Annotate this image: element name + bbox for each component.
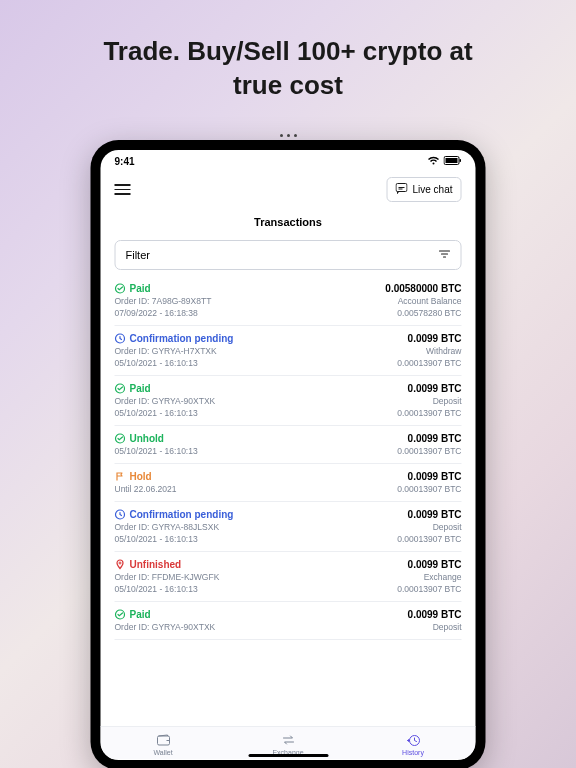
tx-order-id: Order ID: GYRYA-H7XTXK (115, 346, 217, 356)
tx-status-label: Hold (130, 471, 152, 482)
tx-status: Confirmation pending (115, 509, 234, 520)
transaction-row[interactable]: Paid 0.0099 BTC Order ID: GYRYA-90XTXKDe… (115, 376, 462, 426)
tx-date: 05/10/2021 - 16:10:13 (115, 584, 198, 594)
transaction-row[interactable]: Confirmation pending 0.0099 BTC Order ID… (115, 502, 462, 552)
battery-icon (444, 156, 462, 167)
transaction-row[interactable]: Hold 0.0099 BTC Until 22.06.20210.000139… (115, 464, 462, 502)
home-indicator (248, 754, 328, 757)
filter-icon (439, 249, 451, 261)
tx-date: 05/10/2021 - 16:10:13 (115, 358, 198, 368)
check-icon (115, 283, 126, 294)
tx-secondary-amount: 0.00013907 BTC (397, 408, 461, 418)
svg-rect-1 (446, 158, 458, 163)
tx-status-label: Unfinished (130, 559, 182, 570)
history-icon (406, 733, 420, 747)
tx-status: Unhold (115, 433, 164, 444)
svg-point-9 (119, 562, 121, 564)
clock-icon (115, 333, 126, 344)
transaction-row[interactable]: Confirmation pending 0.0099 BTC Order ID… (115, 326, 462, 376)
tx-status: Paid (115, 383, 151, 394)
check-icon (115, 383, 126, 394)
tablet-frame: 9:41 Live chat (91, 140, 486, 768)
tx-order-id: Order ID: 7A98G-89X8TT (115, 296, 212, 306)
tx-amount: 0.00580000 BTC (385, 283, 461, 294)
tx-order-id: Until 22.06.2021 (115, 484, 177, 494)
tx-amount: 0.0099 BTC (408, 333, 462, 344)
tx-status-label: Paid (130, 609, 151, 620)
promo-headline: Trade. Buy/Sell 100+ crypto at true cost (0, 35, 576, 103)
tx-secondary-amount: 0.00013907 BTC (397, 534, 461, 544)
check-icon (115, 433, 126, 444)
tx-date: 07/09/2022 - 16:18:38 (115, 308, 198, 318)
tx-status-label: Paid (130, 383, 151, 394)
tx-amount: 0.0099 BTC (408, 609, 462, 620)
wallet-icon (156, 733, 170, 747)
nav-wallet[interactable]: Wallet (101, 727, 226, 759)
tx-order-id: 05/10/2021 - 16:10:13 (115, 446, 198, 456)
transactions-list[interactable]: Paid 0.00580000 BTC Order ID: 7A98G-89X8… (101, 276, 476, 726)
page-title: Transactions (101, 210, 476, 234)
tx-secondary-amount: 0.00013907 BTC (397, 584, 461, 594)
tx-order-id: Order ID: GYRYA-90XTXK (115, 622, 216, 632)
transaction-row[interactable]: Paid 0.00580000 BTC Order ID: 7A98G-89X8… (115, 276, 462, 326)
status-time: 9:41 (115, 156, 135, 167)
tx-order-id: Order ID: FFDME-KJWGFK (115, 572, 220, 582)
nav-history[interactable]: History (351, 727, 476, 759)
nav-history-label: History (402, 749, 424, 756)
tx-status: Paid (115, 283, 151, 294)
tx-status-label: Confirmation pending (130, 333, 234, 344)
tx-amount: 0.0099 BTC (408, 471, 462, 482)
tx-amount: 0.0099 BTC (408, 383, 462, 394)
tx-status: Paid (115, 609, 151, 620)
tx-type: Exchange (424, 572, 462, 582)
tx-amount: 0.0099 BTC (408, 433, 462, 444)
tx-status-label: Unhold (130, 433, 164, 444)
pin-icon (115, 559, 126, 570)
tx-order-id: Order ID: GYRYA-90XTXK (115, 396, 216, 406)
tx-status-label: Confirmation pending (130, 509, 234, 520)
tx-type: Deposit (433, 622, 462, 632)
tx-status: Hold (115, 471, 152, 482)
filter-button[interactable]: Filter (115, 240, 462, 270)
exchange-icon (281, 733, 295, 747)
tx-type: Deposit (433, 522, 462, 532)
chat-icon (395, 183, 407, 196)
tx-secondary-amount: 0.00013907 BTC (397, 358, 461, 368)
menu-icon[interactable] (115, 184, 131, 195)
wifi-icon (428, 156, 440, 167)
transaction-row[interactable]: Unfinished 0.0099 BTC Order ID: FFDME-KJ… (115, 552, 462, 602)
tx-amount: 0.0099 BTC (408, 509, 462, 520)
filter-label: Filter (126, 249, 150, 261)
status-bar: 9:41 (101, 150, 476, 169)
tx-amount: 0.0099 BTC (408, 559, 462, 570)
tx-type: 0.00013907 BTC (397, 484, 461, 494)
tablet-screen: 9:41 Live chat (101, 150, 476, 760)
headline-line2: true cost (233, 70, 343, 100)
tx-type: Deposit (433, 396, 462, 406)
flag-icon (115, 471, 126, 482)
tx-secondary-amount: 0.00578280 BTC (397, 308, 461, 318)
tx-date: 05/10/2021 - 16:10:13 (115, 408, 198, 418)
tx-type: Account Balance (398, 296, 462, 306)
tx-order-id: Order ID: GYRYA-88JLSXK (115, 522, 220, 532)
svg-rect-2 (460, 159, 462, 162)
tx-type: 0.00013907 BTC (397, 446, 461, 456)
tx-type: Withdraw (426, 346, 461, 356)
transaction-row[interactable]: Unhold 0.0099 BTC 05/10/2021 - 16:10:130… (115, 426, 462, 464)
clock-icon (115, 509, 126, 520)
check-icon (115, 609, 126, 620)
live-chat-label: Live chat (412, 184, 452, 195)
tx-date: 05/10/2021 - 16:10:13 (115, 534, 198, 544)
live-chat-button[interactable]: Live chat (386, 177, 461, 202)
transaction-row[interactable]: Paid 0.0099 BTC Order ID: GYRYA-90XTXKDe… (115, 602, 462, 640)
nav-wallet-label: Wallet (153, 749, 172, 756)
tx-status-label: Paid (130, 283, 151, 294)
tx-status: Unfinished (115, 559, 182, 570)
tx-status: Confirmation pending (115, 333, 234, 344)
headline-line1: Trade. Buy/Sell 100+ crypto at (103, 36, 472, 66)
topbar: Live chat (101, 169, 476, 210)
